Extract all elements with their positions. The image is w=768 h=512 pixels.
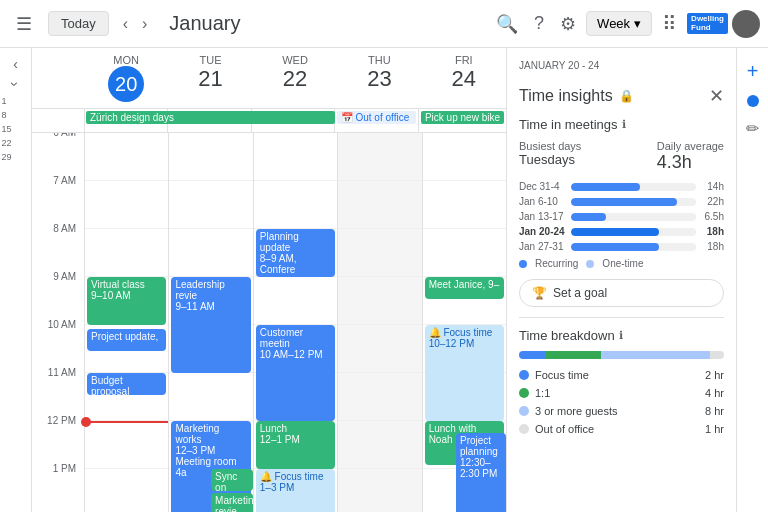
zurich-event[interactable]: Zürich design days xyxy=(86,111,335,124)
bar-track-2 xyxy=(571,198,696,206)
dot-focus xyxy=(519,370,529,380)
breakdown-title: Time breakdown ℹ xyxy=(519,328,724,343)
breakdown-bar xyxy=(519,351,724,359)
dot-1on1 xyxy=(519,388,529,398)
event-focus-time-fri[interactable]: 🔔 Focus time10–12 PM xyxy=(425,325,504,421)
bar-track-1 xyxy=(571,183,696,191)
event-project-update[interactable]: Project update, xyxy=(87,329,166,351)
breakdown-1on1: 1:1 4 hr xyxy=(519,387,724,399)
event-virtual-class[interactable]: Virtual class9–10 AM xyxy=(87,277,166,325)
header: ☰ Today ‹ › January 🔍 ? ⚙ Week ▾ ⠿ Dwell… xyxy=(0,0,768,48)
day-header-fri: FRI 24 xyxy=(422,48,506,108)
week-num-5: 29 xyxy=(2,152,30,162)
allday-gutter xyxy=(32,109,84,132)
calendar-body[interactable]: 6 AM 7 AM 8 AM 9 AM 10 AM 11 AM 12 PM 1 … xyxy=(32,133,506,512)
main-layout: ‹ › 1 8 15 22 29 MON 20 TUE 21 WED 22 TH… xyxy=(0,48,768,512)
busiest-val: Tuesdays xyxy=(519,152,581,167)
day-col-thu xyxy=(337,133,421,512)
avg-val: 4.3h xyxy=(657,152,724,173)
time-7am: 7 AM xyxy=(32,175,84,223)
event-budget-proposal[interactable]: Budget proposal xyxy=(87,373,166,395)
days-grid: Virtual class9–10 AM Project update, Bud… xyxy=(84,133,506,512)
next-arrow[interactable]: › xyxy=(136,11,153,37)
allday-row: Zürich design days 📅 Out of office Pick … xyxy=(32,109,506,133)
date-range: JANUARY 20 - 24 xyxy=(519,60,599,71)
allday-cell-mon: Zürich design days xyxy=(84,109,167,132)
event-sync[interactable]: Sync on latest d xyxy=(211,469,253,491)
bar-fill-2 xyxy=(571,198,677,206)
event-meet-janice[interactable]: Meet Janice, 9– xyxy=(425,277,504,299)
settings-button[interactable]: ⚙ xyxy=(554,7,582,41)
apps-grid-icon[interactable]: ⠿ xyxy=(656,6,683,42)
event-lunch-wed[interactable]: Lunch12–1 PM xyxy=(256,421,335,469)
avatar[interactable] xyxy=(732,10,760,38)
time-6am: 6 AM xyxy=(32,133,84,175)
close-button[interactable]: ✕ xyxy=(709,85,724,107)
prev-arrow[interactable]: ‹ xyxy=(117,11,134,37)
day-col-fri: Meet Janice, 9– 🔔 Focus time10–12 PM Lun… xyxy=(422,133,506,512)
event-project-planning[interactable]: Project planning12:30–2:30 PM xyxy=(456,433,506,512)
day-header-wed: WED 22 xyxy=(253,48,337,108)
trophy-icon: 🏆 xyxy=(532,286,547,300)
time-gutter: 6 AM 7 AM 8 AM 9 AM 10 AM 11 AM 12 PM 1 … xyxy=(32,133,84,512)
insights-panel: JANUARY 20 - 24 Time insights 🔒 ✕ Time i… xyxy=(506,48,736,512)
legend-dot-recurring xyxy=(519,260,527,268)
bar-fill-4 xyxy=(571,228,659,236)
bar-track-4 xyxy=(571,228,696,236)
out-of-office-allday[interactable]: 📅 Out of office xyxy=(337,111,415,124)
time-11am: 11 AM xyxy=(32,367,84,415)
busiest-label: Busiest days xyxy=(519,140,581,152)
insights-header: JANUARY 20 - 24 xyxy=(519,60,724,73)
day-col-tue: Leadership revie9–11 AM Marketing works1… xyxy=(168,133,252,512)
week-num-1: 1 xyxy=(2,96,30,106)
event-leadership[interactable]: Leadership revie9–11 AM xyxy=(171,277,250,373)
busiest-row: Busiest days Tuesdays Daily average 4.3h xyxy=(519,140,724,173)
today-button[interactable]: Today xyxy=(48,11,109,36)
divider xyxy=(519,317,724,318)
header-icons: 🔍 ? ⚙ Week ▾ ⠿ DwellingFund xyxy=(490,6,760,42)
breakdown-oof: Out of office 1 hr xyxy=(519,423,724,435)
event-planning-update[interactable]: Planning update8–9 AM, Confere xyxy=(256,229,335,277)
sidebar-nav-up[interactable]: ‹ xyxy=(13,56,18,72)
month-title: January xyxy=(169,12,482,35)
sidebar-pencil-icon[interactable]: ✏ xyxy=(742,115,763,142)
pickup-event[interactable]: Pick up new bike xyxy=(421,111,504,124)
thu-grid xyxy=(338,133,421,512)
sidebar-nav-down[interactable]: › xyxy=(7,82,23,87)
bar-fill-3 xyxy=(571,213,606,221)
week-bar-jan13: Jan 13-17 6.5h xyxy=(519,211,724,222)
help-button[interactable]: ? xyxy=(528,7,550,40)
chevron-down-icon: ▾ xyxy=(634,16,641,31)
time-1pm: 1 PM xyxy=(32,463,84,511)
seg-1on1 xyxy=(546,351,601,359)
time-12pm: 12 PM xyxy=(32,415,84,463)
search-button[interactable]: 🔍 xyxy=(490,7,524,41)
set-goal-button[interactable]: 🏆 Set a goal xyxy=(519,279,724,307)
week-bar-dec31: Dec 31-4 14h xyxy=(519,181,724,192)
bar-fill-5 xyxy=(571,243,659,251)
allday-cells: Zürich design days 📅 Out of office Pick … xyxy=(84,109,506,132)
add-button[interactable]: + xyxy=(743,56,763,87)
day-header-thu: THU 23 xyxy=(337,48,421,108)
hamburger-icon[interactable]: ☰ xyxy=(8,5,40,43)
right-sidebar: + ✏ xyxy=(736,48,768,512)
event-marketing-rev[interactable]: Marketing revie xyxy=(211,493,253,512)
event-customer-meeting[interactable]: Customer meetin10 AM–12 PM xyxy=(256,325,335,421)
brand-logo: DwellingFund xyxy=(687,13,728,35)
week-selector[interactable]: Week ▾ xyxy=(586,11,652,36)
mini-sidebar: ‹ › 1 8 15 22 29 xyxy=(0,48,32,512)
event-focus-time-wed[interactable]: 🔔 Focus time1–3 PM xyxy=(256,469,335,512)
day-col-wed: Planning update8–9 AM, Confere Customer … xyxy=(253,133,337,512)
time-10am: 10 AM xyxy=(32,319,84,367)
nav-arrows: ‹ › xyxy=(117,11,154,37)
allday-cell-fri: Pick up new bike xyxy=(418,109,506,132)
seg-focus xyxy=(519,351,546,359)
time-9am: 9 AM xyxy=(32,271,84,319)
calendar-icon: 📅 xyxy=(341,112,353,123)
seg-3plus xyxy=(601,351,710,359)
day-header-mon: MON 20 xyxy=(84,48,168,108)
bar-fill-1 xyxy=(571,183,640,191)
legend-dot-onetime xyxy=(586,260,594,268)
meetings-section-title: Time in meetings ℹ xyxy=(519,117,724,132)
avg-label: Daily average xyxy=(657,140,724,152)
